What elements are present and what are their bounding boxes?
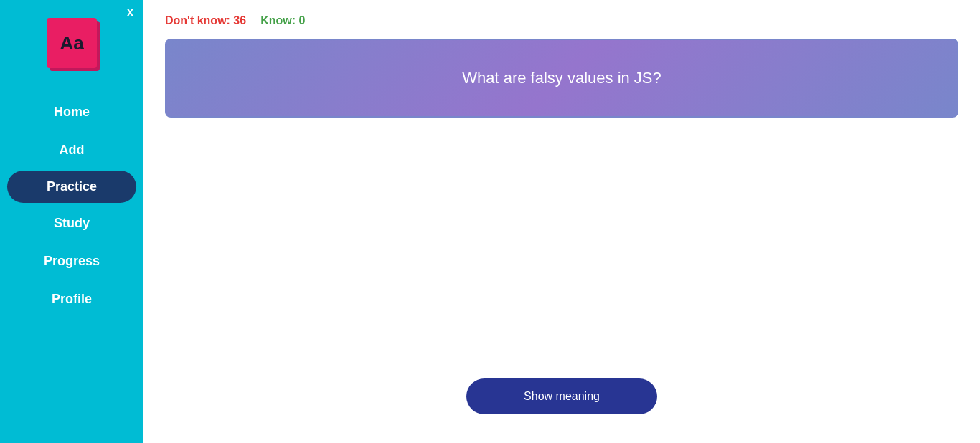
flashcard: What are falsy values in JS?: [165, 39, 958, 118]
app-logo: [43, 14, 100, 72]
sidebar-item-practice[interactable]: Practice: [7, 171, 136, 203]
main-content: Don't know: 36 Know: 0 What are falsy va…: [143, 0, 980, 443]
sidebar-item-progress[interactable]: Progress: [0, 242, 143, 280]
stats-row: Don't know: 36 Know: 0: [165, 14, 958, 27]
sidebar-item-profile[interactable]: Profile: [0, 280, 143, 318]
flashcard-question: What are falsy values in JS?: [462, 69, 661, 87]
sidebar-item-study[interactable]: Study: [0, 204, 143, 242]
sidebar-nav: Home Add Practice Study Progress Profile: [0, 93, 143, 318]
sidebar: x Home Add Practice Study Progress Profi…: [0, 0, 143, 443]
know-label: Know:: [260, 14, 298, 27]
sidebar-item-add[interactable]: Add: [0, 131, 143, 169]
dont-know-stat: Don't know: 36: [165, 14, 246, 27]
know-stat: Know: 0: [260, 14, 305, 27]
dont-know-label: Don't know:: [165, 14, 233, 27]
dont-know-value: 36: [233, 14, 246, 27]
content-spacer: [165, 118, 958, 378]
logo-book-icon: [47, 18, 97, 68]
logo-pages-icon: [60, 25, 101, 68]
show-meaning-button[interactable]: Show meaning: [466, 378, 657, 414]
close-button[interactable]: x: [127, 6, 133, 19]
sidebar-item-home[interactable]: Home: [0, 93, 143, 131]
know-value: 0: [298, 14, 305, 27]
